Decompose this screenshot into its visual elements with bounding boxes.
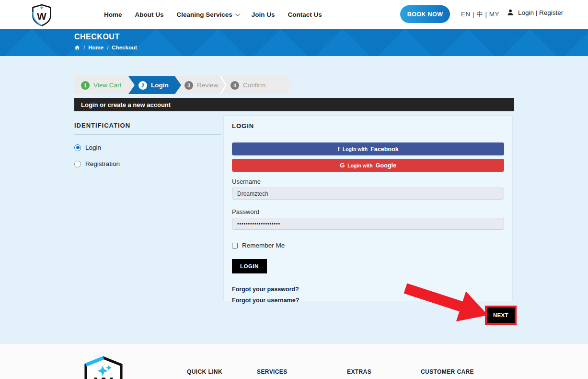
nav-home[interactable]: Home bbox=[104, 11, 122, 18]
radio-login-label: Login bbox=[85, 144, 101, 151]
password-label: Password bbox=[232, 208, 504, 215]
step-3-badge: 3 bbox=[184, 81, 193, 90]
nav-join-us[interactable]: Join Us bbox=[252, 11, 275, 18]
breadcrumb: / Home / Checkout bbox=[74, 45, 137, 50]
footer-heading-quick-link: QUICK LINK bbox=[187, 368, 222, 375]
top-navbar: W Home About Us Cleaning Services Join U… bbox=[0, 0, 588, 29]
book-now-button[interactable]: BOOK NOW bbox=[400, 5, 450, 23]
step-1-label: View Cart bbox=[93, 82, 121, 89]
footer-heading-customer-care: CUSTOMER CARE bbox=[421, 368, 474, 375]
remember-me-checkbox[interactable] bbox=[232, 243, 238, 249]
chevron-down-icon bbox=[235, 12, 240, 16]
step-4-badge: 4 bbox=[231, 81, 239, 90]
footer-heading-extras: EXTRAS bbox=[347, 368, 371, 375]
svg-text:W: W bbox=[94, 373, 113, 379]
section-title: Login or create a new account bbox=[81, 101, 171, 108]
radio-login[interactable]: Login bbox=[74, 144, 221, 151]
main-nav: Home About Us Cleaning Services Join Us … bbox=[104, 0, 322, 29]
login-register-label: Login | Register bbox=[518, 9, 563, 16]
step-view-cart[interactable]: 1 View Cart bbox=[81, 76, 121, 94]
footer: W QUICK LINK SERVICES EXTRAS CUSTOMER CA… bbox=[0, 344, 588, 379]
google-button-brand: Google bbox=[376, 162, 396, 169]
facebook-button-prefix: Login with bbox=[343, 146, 368, 152]
radio-registration-label: Registration bbox=[85, 160, 120, 167]
page-title: CHECKOUT bbox=[74, 33, 120, 41]
login-with-google-button[interactable]: G Login with Google bbox=[232, 159, 504, 172]
home-icon[interactable] bbox=[74, 45, 80, 50]
login-heading: LOGIN bbox=[232, 116, 504, 135]
login-submit-button[interactable]: LOGIN bbox=[232, 259, 267, 273]
language-switcher[interactable]: EN | 中 | MY bbox=[461, 10, 499, 19]
facebook-button-brand: Facebook bbox=[370, 146, 398, 153]
step-review: 3 Review bbox=[184, 76, 218, 94]
facebook-icon: f bbox=[337, 145, 339, 153]
breadcrumb-home[interactable]: Home bbox=[88, 45, 104, 50]
nav-contact-us[interactable]: Contact Us bbox=[288, 11, 322, 18]
radio-login-control[interactable] bbox=[74, 144, 81, 151]
breadcrumb-separator: / bbox=[107, 45, 108, 50]
remember-me-label: Remember Me bbox=[242, 242, 285, 249]
username-input[interactable] bbox=[232, 188, 504, 200]
forgot-username-link[interactable]: Forgot your username? bbox=[232, 295, 504, 306]
remember-me-row[interactable]: Remember Me bbox=[232, 242, 504, 249]
login-register-link[interactable]: Login | Register bbox=[507, 9, 563, 16]
checkout-steps: 1 View Cart 2 Login 3 Review 4 Confirm bbox=[74, 76, 293, 94]
next-button[interactable]: NEXT bbox=[485, 306, 517, 325]
forgot-password-link[interactable]: Forgot your password? bbox=[232, 284, 504, 295]
step-login[interactable]: 2 Login bbox=[138, 76, 169, 94]
breadcrumb-separator: / bbox=[83, 45, 85, 50]
user-icon bbox=[507, 9, 514, 16]
page-banner: CHECKOUT / Home / Checkout bbox=[0, 29, 588, 56]
login-panel: LOGIN f Login with Facebook G Login with… bbox=[223, 115, 513, 301]
password-input[interactable] bbox=[232, 218, 504, 230]
step-separator bbox=[220, 76, 227, 94]
login-with-facebook-button[interactable]: f Login with Facebook bbox=[232, 142, 504, 155]
step-2-badge: 2 bbox=[138, 81, 147, 90]
shield-logo-icon: W bbox=[30, 2, 54, 27]
username-label: Username bbox=[232, 178, 504, 185]
google-icon: G bbox=[340, 162, 345, 169]
nav-cleaning-services[interactable]: Cleaning Services bbox=[177, 11, 239, 18]
step-4-label: Confirm bbox=[243, 82, 265, 89]
company-logo[interactable]: W bbox=[30, 2, 54, 29]
identification-heading: IDENTIFICATION bbox=[74, 115, 221, 135]
footer-heading-services: SERVICES bbox=[257, 368, 288, 375]
step-1-badge: 1 bbox=[81, 81, 90, 90]
forgot-links: Forgot your password? Forgot your userna… bbox=[232, 284, 504, 306]
google-button-prefix: Login with bbox=[347, 163, 373, 168]
radio-registration[interactable]: Registration bbox=[74, 160, 221, 167]
step-3-label: Review bbox=[197, 82, 218, 89]
step-confirm: 4 Confirm bbox=[231, 76, 265, 94]
identification-panel: IDENTIFICATION Login Registration bbox=[74, 115, 221, 167]
breadcrumb-current: Checkout bbox=[112, 45, 137, 50]
step-2-label: Login bbox=[151, 82, 169, 89]
section-title-bar: Login or create a new account bbox=[74, 98, 514, 111]
footer-logo: W bbox=[81, 356, 126, 379]
footer-shield-logo-icon: W bbox=[81, 356, 126, 379]
radio-registration-control[interactable] bbox=[74, 161, 81, 167]
svg-text:W: W bbox=[37, 11, 46, 22]
nav-about-us[interactable]: About Us bbox=[135, 11, 164, 18]
